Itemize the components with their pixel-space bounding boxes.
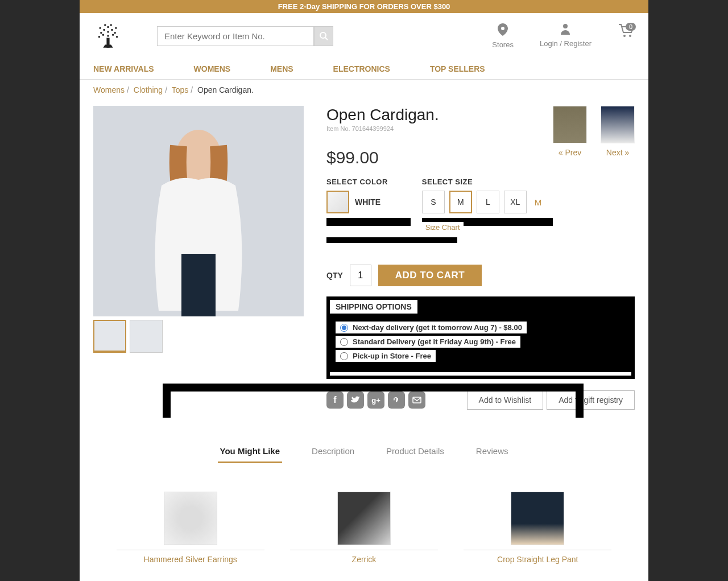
next-product[interactable]: Next » bbox=[601, 106, 635, 157]
rec-image bbox=[337, 492, 391, 545]
add-to-wishlist-button[interactable]: Add to Wishlist bbox=[467, 390, 544, 410]
svg-point-10 bbox=[115, 27, 117, 28]
svg-point-19 bbox=[623, 35, 626, 37]
main-nav: NEW ARRIVALS WOMENS MENS ELECTRONICS TOP… bbox=[80, 59, 648, 80]
size-m[interactable]: M bbox=[449, 191, 472, 213]
size-xl[interactable]: XL bbox=[504, 191, 527, 213]
color-label: SELECT COLOR bbox=[326, 178, 388, 186]
svg-point-4 bbox=[100, 32, 102, 34]
svg-point-16 bbox=[320, 32, 326, 38]
tab-description[interactable]: Description bbox=[309, 440, 357, 463]
product-gallery bbox=[93, 106, 304, 418]
tab-product-details[interactable]: Product Details bbox=[384, 440, 446, 463]
radio-icon bbox=[340, 324, 348, 332]
tab-reviews[interactable]: Reviews bbox=[474, 440, 511, 463]
nav-top-sellers[interactable]: TOP SELLERS bbox=[430, 59, 485, 79]
rec-item[interactable]: Zerrick $99.00 bbox=[290, 492, 438, 581]
pin-icon bbox=[492, 23, 514, 39]
cart-badge: 0 bbox=[626, 23, 636, 31]
header: Stores Login / Register 0 bbox=[80, 13, 648, 59]
ship-option-standard[interactable]: Standard Delivery (get it Friday Aug 9th… bbox=[336, 336, 520, 348]
nav-new-arrivals[interactable]: NEW ARRIVALS bbox=[93, 59, 154, 79]
rec-image bbox=[164, 492, 217, 545]
size-chart-link[interactable]: Size Chart bbox=[422, 222, 464, 233]
svg-point-7 bbox=[112, 34, 114, 36]
breadcrumb: Womens/ Clothing/ Tops/ Open Cardigan. bbox=[80, 80, 648, 100]
search-input[interactable] bbox=[157, 26, 314, 46]
thumb-1[interactable] bbox=[93, 320, 126, 353]
rec-image bbox=[511, 492, 564, 545]
logo[interactable] bbox=[93, 21, 123, 51]
cart-link[interactable]: 0 bbox=[618, 23, 635, 43]
svg-point-11 bbox=[104, 24, 106, 26]
recommendations: Hammered Silver Earrings $20.00 Zerrick … bbox=[93, 463, 635, 581]
svg-point-20 bbox=[629, 35, 631, 37]
tab-you-might-like[interactable]: You Might Like bbox=[218, 440, 283, 463]
svg-point-6 bbox=[102, 34, 104, 36]
googleplus-icon[interactable]: g+ bbox=[367, 392, 384, 409]
svg-point-3 bbox=[111, 29, 113, 31]
pinterest-icon[interactable] bbox=[388, 392, 405, 409]
search-icon bbox=[319, 31, 328, 40]
size-selected: M bbox=[535, 197, 542, 207]
svg-point-13 bbox=[107, 35, 109, 36]
product-details: « Prev Next » Open Cardigan. Item No. 70… bbox=[326, 106, 635, 418]
qty-label: QTY bbox=[326, 271, 343, 280]
prev-thumb bbox=[553, 106, 587, 143]
nav-womens[interactable]: WOMENS bbox=[194, 59, 231, 79]
svg-point-18 bbox=[563, 24, 568, 28]
product-main-image[interactable] bbox=[93, 106, 304, 316]
prev-product[interactable]: « Prev bbox=[553, 106, 587, 157]
shipping-header: SHIPPING OPTIONS bbox=[330, 300, 417, 314]
color-swatch-white[interactable] bbox=[326, 191, 349, 213]
svg-point-9 bbox=[99, 27, 101, 28]
ship-option-nextday[interactable]: Next-day delivery (get it tomorrow Aug 7… bbox=[336, 322, 527, 333]
radio-icon bbox=[340, 338, 348, 346]
color-name: WHITE bbox=[355, 197, 380, 207]
svg-line-17 bbox=[325, 38, 328, 40]
search-box bbox=[157, 26, 333, 46]
facebook-icon[interactable]: f bbox=[326, 392, 344, 409]
svg-point-8 bbox=[107, 26, 109, 28]
size-s[interactable]: S bbox=[422, 191, 445, 213]
crumb-tops[interactable]: Tops bbox=[172, 85, 189, 94]
add-to-cart-button[interactable]: ADD TO CART bbox=[378, 265, 482, 286]
svg-rect-23 bbox=[181, 254, 216, 316]
svg-point-2 bbox=[103, 29, 105, 31]
next-thumb bbox=[601, 106, 635, 143]
user-icon bbox=[540, 23, 592, 38]
crumb-womens[interactable]: Womens bbox=[93, 85, 125, 94]
svg-point-12 bbox=[110, 24, 111, 26]
shipping-options: SHIPPING OPTIONS Next-day delivery (get … bbox=[326, 296, 635, 379]
svg-point-14 bbox=[98, 36, 100, 38]
ship-option-pickup[interactable]: Pick-up in Store - Free bbox=[336, 350, 436, 362]
promo-banner: FREE 2-Day SHIPPING FOR ORDERS OVER $300 bbox=[80, 0, 648, 13]
detail-tabs: You Might Like Description Product Detai… bbox=[93, 418, 635, 463]
svg-point-5 bbox=[114, 32, 115, 34]
qty-input[interactable] bbox=[350, 265, 371, 286]
svg-point-15 bbox=[116, 36, 118, 38]
nav-electronics[interactable]: ELECTRONICS bbox=[333, 59, 390, 79]
email-icon[interactable] bbox=[408, 392, 425, 409]
crumb-current: Open Cardigan. bbox=[197, 85, 254, 94]
rec-item[interactable]: Crop Straight Leg Pant $74.00 bbox=[464, 492, 611, 581]
stores-link[interactable]: Stores bbox=[492, 23, 514, 49]
nav-mens[interactable]: MENS bbox=[270, 59, 293, 79]
size-label: SELECT SIZE bbox=[422, 178, 553, 186]
add-to-gift-registry-button[interactable]: Add to gift registry bbox=[547, 390, 635, 410]
svg-point-1 bbox=[107, 31, 109, 32]
crumb-clothing[interactable]: Clothing bbox=[134, 85, 163, 94]
radio-icon bbox=[340, 352, 348, 360]
thumb-2[interactable] bbox=[130, 320, 163, 353]
size-l[interactable]: L bbox=[477, 191, 499, 213]
rec-item[interactable]: Hammered Silver Earrings $20.00 bbox=[117, 492, 264, 581]
svg-rect-25 bbox=[413, 397, 421, 403]
search-button[interactable] bbox=[314, 26, 333, 46]
twitter-icon[interactable] bbox=[347, 392, 364, 409]
login-link[interactable]: Login / Register bbox=[540, 23, 592, 48]
